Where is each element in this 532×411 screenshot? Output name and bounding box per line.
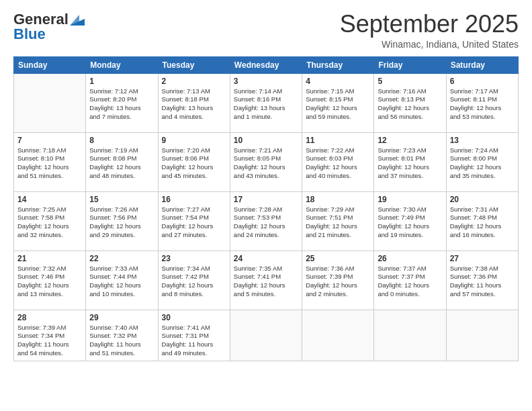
day-info: Sunrise: 7:29 AM Sunset: 7:51 PM Dayligh…	[306, 205, 370, 240]
day-info: Sunrise: 7:20 AM Sunset: 8:06 PM Dayligh…	[162, 146, 226, 181]
calendar-cell: 14Sunrise: 7:25 AM Sunset: 7:58 PM Dayli…	[14, 191, 86, 250]
calendar-cell: 6Sunrise: 7:17 AM Sunset: 8:11 PM Daylig…	[446, 73, 518, 132]
calendar-cell: 10Sunrise: 7:21 AM Sunset: 8:05 PM Dayli…	[230, 132, 302, 191]
day-number: 21	[17, 254, 82, 263]
day-info: Sunrise: 7:32 AM Sunset: 7:46 PM Dayligh…	[17, 265, 82, 299]
col-header-thursday: Thursday	[302, 56, 374, 73]
day-number: 6	[450, 77, 515, 86]
calendar-cell: 11Sunrise: 7:22 AM Sunset: 8:03 PM Dayli…	[302, 132, 374, 191]
day-number: 28	[17, 313, 82, 322]
day-number: 18	[306, 195, 370, 204]
week-row-3: 14Sunrise: 7:25 AM Sunset: 7:58 PM Dayli…	[14, 191, 519, 250]
day-number: 13	[450, 136, 515, 145]
calendar-cell: 20Sunrise: 7:31 AM Sunset: 7:48 PM Dayli…	[446, 191, 518, 250]
calendar-cell: 15Sunrise: 7:26 AM Sunset: 7:56 PM Dayli…	[86, 191, 158, 250]
day-info: Sunrise: 7:25 AM Sunset: 7:58 PM Dayligh…	[17, 205, 82, 240]
day-number: 7	[17, 136, 82, 145]
day-number: 2	[162, 77, 226, 86]
day-info: Sunrise: 7:35 AM Sunset: 7:41 PM Dayligh…	[234, 265, 298, 299]
day-number: 24	[234, 254, 298, 263]
day-info: Sunrise: 7:37 AM Sunset: 7:37 PM Dayligh…	[378, 265, 442, 299]
day-number: 23	[162, 254, 226, 263]
day-number: 5	[378, 77, 442, 86]
day-info: Sunrise: 7:22 AM Sunset: 8:03 PM Dayligh…	[306, 146, 370, 181]
day-number: 15	[89, 195, 154, 204]
day-number: 8	[89, 136, 154, 145]
calendar-cell: 19Sunrise: 7:30 AM Sunset: 7:49 PM Dayli…	[374, 191, 446, 250]
day-number: 10	[234, 136, 298, 145]
logo-icon	[70, 13, 85, 26]
day-number: 26	[378, 254, 442, 263]
col-header-monday: Monday	[86, 56, 158, 73]
week-row-5: 28Sunrise: 7:39 AM Sunset: 7:34 PM Dayli…	[14, 310, 519, 361]
day-info: Sunrise: 7:18 AM Sunset: 8:10 PM Dayligh…	[17, 146, 82, 181]
day-info: Sunrise: 7:38 AM Sunset: 7:36 PM Dayligh…	[450, 265, 515, 299]
calendar-cell: 30Sunrise: 7:41 AM Sunset: 7:31 PM Dayli…	[158, 310, 230, 361]
day-number: 22	[89, 254, 154, 263]
day-number: 14	[17, 195, 82, 204]
day-info: Sunrise: 7:39 AM Sunset: 7:34 PM Dayligh…	[17, 324, 82, 358]
calendar-cell: 2Sunrise: 7:13 AM Sunset: 8:18 PM Daylig…	[158, 73, 230, 132]
col-header-friday: Friday	[374, 56, 446, 73]
day-info: Sunrise: 7:15 AM Sunset: 8:15 PM Dayligh…	[306, 87, 370, 122]
day-info: Sunrise: 7:31 AM Sunset: 7:48 PM Dayligh…	[450, 205, 515, 240]
day-info: Sunrise: 7:13 AM Sunset: 8:18 PM Dayligh…	[162, 87, 226, 122]
day-number: 25	[306, 254, 370, 263]
calendar-cell: 22Sunrise: 7:33 AM Sunset: 7:44 PM Dayli…	[86, 250, 158, 310]
header: General Blue September 2025 Winamac, Ind…	[13, 11, 519, 50]
day-info: Sunrise: 7:36 AM Sunset: 7:39 PM Dayligh…	[306, 265, 370, 299]
day-info: Sunrise: 7:26 AM Sunset: 7:56 PM Dayligh…	[89, 205, 154, 240]
calendar-cell	[302, 310, 374, 361]
calendar-cell	[446, 310, 518, 361]
calendar-cell: 26Sunrise: 7:37 AM Sunset: 7:37 PM Dayli…	[374, 250, 446, 310]
day-info: Sunrise: 7:33 AM Sunset: 7:44 PM Dayligh…	[89, 265, 154, 299]
calendar-cell: 23Sunrise: 7:34 AM Sunset: 7:42 PM Dayli…	[158, 250, 230, 310]
day-info: Sunrise: 7:14 AM Sunset: 8:16 PM Dayligh…	[234, 87, 298, 122]
col-header-saturday: Saturday	[446, 56, 518, 73]
calendar-cell	[230, 310, 302, 361]
calendar-cell	[374, 310, 446, 361]
calendar-table: SundayMondayTuesdayWednesdayThursdayFrid…	[13, 56, 519, 361]
calendar-cell: 21Sunrise: 7:32 AM Sunset: 7:46 PM Dayli…	[14, 250, 86, 310]
day-number: 3	[234, 77, 298, 86]
logo-blue: Blue	[13, 26, 46, 43]
calendar-cell: 25Sunrise: 7:36 AM Sunset: 7:39 PM Dayli…	[302, 250, 374, 310]
calendar-cell: 8Sunrise: 7:19 AM Sunset: 8:08 PM Daylig…	[86, 132, 158, 191]
day-info: Sunrise: 7:30 AM Sunset: 7:49 PM Dayligh…	[378, 205, 442, 240]
calendar-cell: 27Sunrise: 7:38 AM Sunset: 7:36 PM Dayli…	[446, 250, 518, 310]
day-number: 27	[450, 254, 515, 263]
calendar-cell: 3Sunrise: 7:14 AM Sunset: 8:16 PM Daylig…	[230, 73, 302, 132]
day-info: Sunrise: 7:21 AM Sunset: 8:05 PM Dayligh…	[234, 146, 298, 181]
calendar-cell: 24Sunrise: 7:35 AM Sunset: 7:41 PM Dayli…	[230, 250, 302, 310]
calendar-cell: 16Sunrise: 7:27 AM Sunset: 7:54 PM Dayli…	[158, 191, 230, 250]
calendar-cell: 13Sunrise: 7:24 AM Sunset: 8:00 PM Dayli…	[446, 132, 518, 191]
day-number: 19	[378, 195, 442, 204]
calendar-cell: 17Sunrise: 7:28 AM Sunset: 7:53 PM Dayli…	[230, 191, 302, 250]
calendar-cell: 1Sunrise: 7:12 AM Sunset: 8:20 PM Daylig…	[86, 73, 158, 132]
day-number: 17	[234, 195, 298, 204]
title-block: September 2025 Winamac, Indiana, United …	[340, 11, 519, 50]
day-number: 30	[162, 313, 226, 322]
day-info: Sunrise: 7:17 AM Sunset: 8:11 PM Dayligh…	[450, 87, 515, 122]
week-row-2: 7Sunrise: 7:18 AM Sunset: 8:10 PM Daylig…	[14, 132, 519, 191]
month-title: September 2025	[340, 11, 519, 38]
col-header-wednesday: Wednesday	[230, 56, 302, 73]
day-number: 4	[306, 77, 370, 86]
calendar-cell	[14, 73, 86, 132]
day-info: Sunrise: 7:19 AM Sunset: 8:08 PM Dayligh…	[89, 146, 154, 181]
day-number: 12	[378, 136, 442, 145]
col-header-tuesday: Tuesday	[158, 56, 230, 73]
page: General Blue September 2025 Winamac, Ind…	[0, 0, 532, 411]
day-info: Sunrise: 7:34 AM Sunset: 7:42 PM Dayligh…	[162, 265, 226, 299]
day-number: 20	[450, 195, 515, 204]
day-info: Sunrise: 7:16 AM Sunset: 8:13 PM Dayligh…	[378, 87, 442, 122]
calendar-cell: 12Sunrise: 7:23 AM Sunset: 8:01 PM Dayli…	[374, 132, 446, 191]
calendar-cell: 7Sunrise: 7:18 AM Sunset: 8:10 PM Daylig…	[14, 132, 86, 191]
calendar-cell: 18Sunrise: 7:29 AM Sunset: 7:51 PM Dayli…	[302, 191, 374, 250]
day-number: 29	[89, 313, 154, 322]
logo: General Blue	[13, 11, 85, 43]
col-header-sunday: Sunday	[14, 56, 86, 73]
day-info: Sunrise: 7:28 AM Sunset: 7:53 PM Dayligh…	[234, 205, 298, 240]
calendar-cell: 29Sunrise: 7:40 AM Sunset: 7:32 PM Dayli…	[86, 310, 158, 361]
day-info: Sunrise: 7:12 AM Sunset: 8:20 PM Dayligh…	[89, 87, 154, 122]
